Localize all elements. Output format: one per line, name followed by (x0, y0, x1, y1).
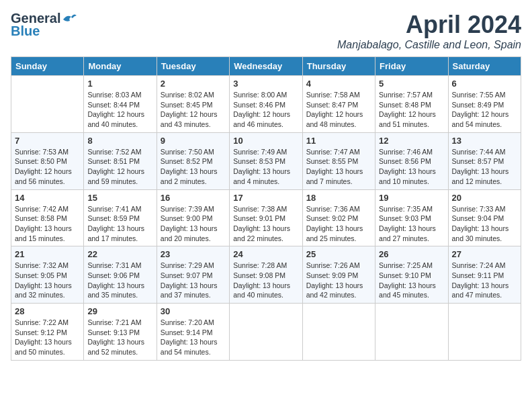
calendar-week-row: 1Sunrise: 8:03 AM Sunset: 8:44 PM Daylig… (11, 76, 521, 133)
day-number: 28 (15, 306, 80, 316)
day-number: 6 (452, 79, 517, 89)
cell-info: Sunrise: 7:57 AM Sunset: 8:48 PM Dayligh… (379, 90, 444, 130)
calendar-day-header: Saturday (448, 57, 521, 76)
calendar-cell: 30Sunrise: 7:20 AM Sunset: 9:14 PM Dayli… (157, 304, 229, 361)
calendar-week-row: 7Sunrise: 7:53 AM Sunset: 8:50 PM Daylig… (11, 132, 521, 189)
cell-info: Sunrise: 7:36 AM Sunset: 9:02 PM Dayligh… (306, 204, 371, 244)
calendar-cell: 5Sunrise: 7:57 AM Sunset: 8:48 PM Daylig… (375, 76, 448, 133)
day-number: 24 (233, 249, 298, 259)
calendar-week-row: 21Sunrise: 7:32 AM Sunset: 9:05 PM Dayli… (11, 246, 521, 304)
day-number: 12 (379, 136, 444, 146)
day-number: 22 (87, 249, 152, 259)
day-number: 29 (87, 306, 152, 316)
calendar-cell (11, 76, 84, 133)
cell-info: Sunrise: 7:24 AM Sunset: 9:11 PM Dayligh… (452, 261, 517, 300)
cell-info: Sunrise: 7:29 AM Sunset: 9:07 PM Dayligh… (161, 261, 226, 300)
calendar-cell: 7Sunrise: 7:53 AM Sunset: 8:50 PM Daylig… (11, 132, 84, 189)
location-title: Manjabalago, Castille and Leon, Spain (337, 39, 521, 51)
day-number: 16 (161, 193, 226, 203)
cell-info: Sunrise: 7:25 AM Sunset: 9:10 PM Dayligh… (379, 261, 444, 300)
day-number: 7 (15, 136, 80, 146)
day-number: 5 (379, 79, 444, 89)
day-number: 9 (161, 136, 226, 146)
day-number: 19 (379, 193, 444, 203)
cell-info: Sunrise: 7:28 AM Sunset: 9:08 PM Dayligh… (233, 261, 298, 300)
calendar-cell (302, 304, 375, 361)
calendar-cell: 18Sunrise: 7:36 AM Sunset: 9:02 PM Dayli… (302, 189, 375, 246)
cell-info: Sunrise: 7:44 AM Sunset: 8:57 PM Dayligh… (452, 147, 517, 187)
cell-info: Sunrise: 7:26 AM Sunset: 9:09 PM Dayligh… (306, 261, 371, 300)
calendar-cell: 10Sunrise: 7:49 AM Sunset: 8:53 PM Dayli… (230, 132, 302, 189)
day-number: 30 (161, 306, 226, 316)
title-area: April 2024 Manjabalago, Castille and Leo… (337, 11, 521, 51)
calendar-cell: 13Sunrise: 7:44 AM Sunset: 8:57 PM Dayli… (448, 132, 521, 189)
calendar-cell: 17Sunrise: 7:38 AM Sunset: 9:01 PM Dayli… (230, 189, 302, 246)
day-number: 25 (306, 249, 371, 259)
cell-info: Sunrise: 7:31 AM Sunset: 9:06 PM Dayligh… (87, 261, 152, 300)
calendar-cell (230, 304, 302, 361)
day-number: 26 (379, 249, 444, 259)
calendar-cell: 22Sunrise: 7:31 AM Sunset: 9:06 PM Dayli… (84, 246, 157, 304)
day-number: 2 (161, 79, 226, 89)
calendar-header-row: SundayMondayTuesdayWednesdayThursdayFrid… (11, 57, 521, 76)
cell-info: Sunrise: 7:58 AM Sunset: 8:47 PM Dayligh… (306, 90, 371, 130)
calendar-day-header: Wednesday (230, 57, 302, 76)
day-number: 11 (306, 136, 371, 146)
day-number: 18 (306, 193, 371, 203)
day-number: 27 (452, 249, 517, 259)
cell-info: Sunrise: 7:52 AM Sunset: 8:51 PM Dayligh… (87, 147, 152, 187)
calendar-cell: 20Sunrise: 7:33 AM Sunset: 9:04 PM Dayli… (448, 189, 521, 246)
calendar-cell: 8Sunrise: 7:52 AM Sunset: 8:51 PM Daylig… (84, 132, 157, 189)
calendar-cell: 3Sunrise: 8:00 AM Sunset: 8:46 PM Daylig… (230, 76, 302, 133)
day-number: 21 (15, 249, 80, 259)
calendar-day-header: Sunday (11, 57, 84, 76)
calendar-day-header: Tuesday (157, 57, 229, 76)
cell-info: Sunrise: 7:53 AM Sunset: 8:50 PM Dayligh… (15, 147, 80, 187)
calendar-day-header: Thursday (302, 57, 375, 76)
calendar-cell: 27Sunrise: 7:24 AM Sunset: 9:11 PM Dayli… (448, 246, 521, 304)
calendar-cell: 19Sunrise: 7:35 AM Sunset: 9:03 PM Dayli… (375, 189, 448, 246)
calendar-cell: 6Sunrise: 7:55 AM Sunset: 8:49 PM Daylig… (448, 76, 521, 133)
calendar-cell: 9Sunrise: 7:50 AM Sunset: 8:52 PM Daylig… (157, 132, 229, 189)
cell-info: Sunrise: 7:47 AM Sunset: 8:55 PM Dayligh… (306, 147, 371, 187)
cell-info: Sunrise: 7:49 AM Sunset: 8:53 PM Dayligh… (233, 147, 298, 187)
calendar-cell: 24Sunrise: 7:28 AM Sunset: 9:08 PM Dayli… (230, 246, 302, 304)
calendar-week-row: 14Sunrise: 7:42 AM Sunset: 8:58 PM Dayli… (11, 189, 521, 246)
calendar-week-row: 28Sunrise: 7:22 AM Sunset: 9:12 PM Dayli… (11, 304, 521, 361)
day-number: 20 (452, 193, 517, 203)
cell-info: Sunrise: 8:00 AM Sunset: 8:46 PM Dayligh… (233, 90, 298, 130)
calendar-cell (448, 304, 521, 361)
calendar-cell: 23Sunrise: 7:29 AM Sunset: 9:07 PM Dayli… (157, 246, 229, 304)
cell-info: Sunrise: 7:55 AM Sunset: 8:49 PM Dayligh… (452, 90, 517, 130)
calendar-cell: 29Sunrise: 7:21 AM Sunset: 9:13 PM Dayli… (84, 304, 157, 361)
cell-info: Sunrise: 8:03 AM Sunset: 8:44 PM Dayligh… (87, 90, 152, 130)
day-number: 14 (15, 193, 80, 203)
calendar-day-header: Monday (84, 57, 157, 76)
day-number: 13 (452, 136, 517, 146)
day-number: 17 (233, 193, 298, 203)
calendar-cell: 25Sunrise: 7:26 AM Sunset: 9:09 PM Dayli… (302, 246, 375, 304)
cell-info: Sunrise: 7:42 AM Sunset: 8:58 PM Dayligh… (15, 204, 80, 244)
calendar-cell: 14Sunrise: 7:42 AM Sunset: 8:58 PM Dayli… (11, 189, 84, 246)
cell-info: Sunrise: 7:41 AM Sunset: 8:59 PM Dayligh… (87, 204, 152, 244)
cell-info: Sunrise: 7:39 AM Sunset: 9:00 PM Dayligh… (161, 204, 226, 244)
cell-info: Sunrise: 7:22 AM Sunset: 9:12 PM Dayligh… (15, 318, 80, 357)
cell-info: Sunrise: 7:21 AM Sunset: 9:13 PM Dayligh… (87, 318, 152, 357)
day-number: 4 (306, 79, 371, 89)
cell-info: Sunrise: 7:35 AM Sunset: 9:03 PM Dayligh… (379, 204, 444, 244)
cell-info: Sunrise: 7:32 AM Sunset: 9:05 PM Dayligh… (15, 261, 80, 300)
calendar-cell: 12Sunrise: 7:46 AM Sunset: 8:56 PM Dayli… (375, 132, 448, 189)
calendar-table: SundayMondayTuesdayWednesdayThursdayFrid… (11, 56, 521, 361)
logo-blue: Blue (11, 24, 40, 39)
day-number: 8 (87, 136, 152, 146)
calendar-cell: 2Sunrise: 8:02 AM Sunset: 8:45 PM Daylig… (157, 76, 229, 133)
cell-info: Sunrise: 7:38 AM Sunset: 9:01 PM Dayligh… (233, 204, 298, 244)
calendar-cell: 11Sunrise: 7:47 AM Sunset: 8:55 PM Dayli… (302, 132, 375, 189)
calendar-cell: 21Sunrise: 7:32 AM Sunset: 9:05 PM Dayli… (11, 246, 84, 304)
logo: General Blue (11, 11, 77, 39)
cell-info: Sunrise: 7:33 AM Sunset: 9:04 PM Dayligh… (452, 204, 517, 244)
day-number: 10 (233, 136, 298, 146)
day-number: 15 (87, 193, 152, 203)
logo-bird-icon (62, 13, 77, 25)
calendar-cell: 4Sunrise: 7:58 AM Sunset: 8:47 PM Daylig… (302, 76, 375, 133)
